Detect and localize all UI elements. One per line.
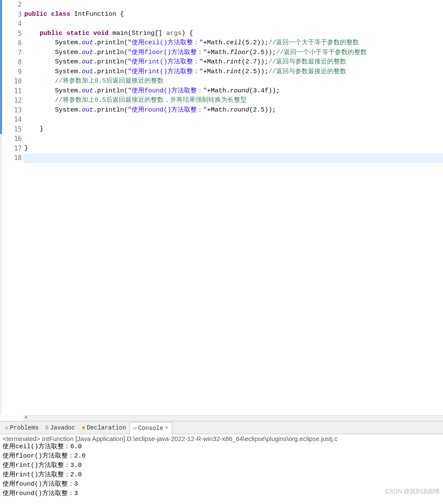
line-number: 9 <box>2 67 22 77</box>
vertical-ruler <box>0 0 2 415</box>
code-line[interactable]: //将参数加上0.5后返回最接近的整数，并将结果强制转换为长整型 <box>23 96 443 106</box>
console-line: 使用rint()方法取整：3.0 <box>3 461 440 470</box>
line-number: 16 <box>2 134 22 144</box>
line-number: 14 <box>2 115 22 125</box>
view-tabs: ⚠ Problems @ Javadoc ◉ Declaration ▭ Con… <box>0 421 443 434</box>
console-line: 使用round()方法取整：3 <box>3 489 440 498</box>
horizontal-scrollbar[interactable] <box>23 415 443 421</box>
code-line[interactable]: System.out.println("使用rint()方法取整："+Math.… <box>23 57 443 67</box>
code-line[interactable]: //将参数加上0.5后返回最接近的整数 <box>23 77 443 86</box>
tab-label: Javadoc <box>50 424 75 431</box>
code-line[interactable] <box>23 134 443 144</box>
code-line[interactable]: System.out.println("使用found()方法取整："+Math… <box>23 86 443 96</box>
line-number: 12 <box>2 96 22 106</box>
console-status: <terminated> IntFunction [Java Applicati… <box>3 435 440 442</box>
tab-console[interactable]: ▭ Console × <box>129 422 172 434</box>
tab-declaration[interactable]: ◉ Declaration <box>78 422 129 434</box>
close-icon[interactable]: × <box>165 425 168 431</box>
code-line[interactable]: System.out.println("使用round()方法取整："+Math… <box>23 106 443 115</box>
code-line[interactable]: public static void main(String[] args) { <box>23 29 443 39</box>
bottom-panel: ⚠ Problems @ Javadoc ◉ Declaration ▭ Con… <box>0 421 443 499</box>
console-icon: ▭ <box>133 425 136 431</box>
line-number: 8 <box>2 57 22 67</box>
tab-problems[interactable]: ⚠ Problems <box>2 422 42 434</box>
javadoc-icon: @ <box>45 425 48 431</box>
watermark: CSDN @抓到汤圆嘈 <box>385 488 440 495</box>
line-number: 13 <box>2 106 22 115</box>
console-line: 使用rint()方法取整：2.0 <box>3 470 440 480</box>
problems-icon: ⚠ <box>5 424 8 431</box>
code-line[interactable]: System.out.println("使用ceil()方法取整："+Math.… <box>23 38 443 48</box>
code-line[interactable]: System.out.println("使用rint()方法取整："+Math.… <box>23 67 443 77</box>
tab-javadoc[interactable]: @ Javadoc <box>42 422 78 434</box>
tab-label: Console <box>138 425 163 432</box>
tab-label: Problems <box>10 424 38 431</box>
line-number: 2 <box>2 0 22 10</box>
console-output[interactable]: 使用ceil()方法取整：6.0使用floor()方法取整：2.0使用rint(… <box>3 442 440 498</box>
code-line[interactable] <box>23 19 443 29</box>
line-number: 3 <box>2 10 22 20</box>
code-line[interactable] <box>23 0 443 10</box>
console-line: 使用ceil()方法取整：6.0 <box>3 442 440 452</box>
line-number: 11 <box>2 86 22 96</box>
declaration-icon: ◉ <box>82 424 85 431</box>
console-body: <terminated> IntFunction [Java Applicati… <box>0 434 443 499</box>
line-number: 4 <box>2 19 22 29</box>
code-line[interactable] <box>23 153 443 163</box>
line-number: 10 <box>2 77 22 86</box>
code-editor[interactable]: 23456789101112131415161718 public class … <box>0 0 443 415</box>
code-line[interactable] <box>23 115 443 125</box>
line-number: 15 <box>2 125 22 135</box>
code-line[interactable]: } <box>23 144 443 154</box>
line-number: 17 <box>2 144 22 154</box>
line-number: 18 <box>2 153 22 163</box>
code-line[interactable]: System.out.println("使用floor()方法取整："+Math… <box>23 48 443 58</box>
console-line: 使用floor()方法取整：2.0 <box>3 452 440 461</box>
line-number: 7 <box>2 48 22 58</box>
line-number: 5 <box>2 29 22 39</box>
code-line[interactable]: } <box>23 125 443 135</box>
line-number: 6 <box>2 38 22 48</box>
tab-label: Declaration <box>87 424 126 431</box>
line-number-gutter: 23456789101112131415161718 <box>2 0 23 415</box>
code-line[interactable]: public class IntFunction { <box>23 10 443 20</box>
code-area[interactable]: public class IntFunction { public static… <box>23 0 443 415</box>
console-line: 使用found()方法取整：3 <box>3 480 440 489</box>
